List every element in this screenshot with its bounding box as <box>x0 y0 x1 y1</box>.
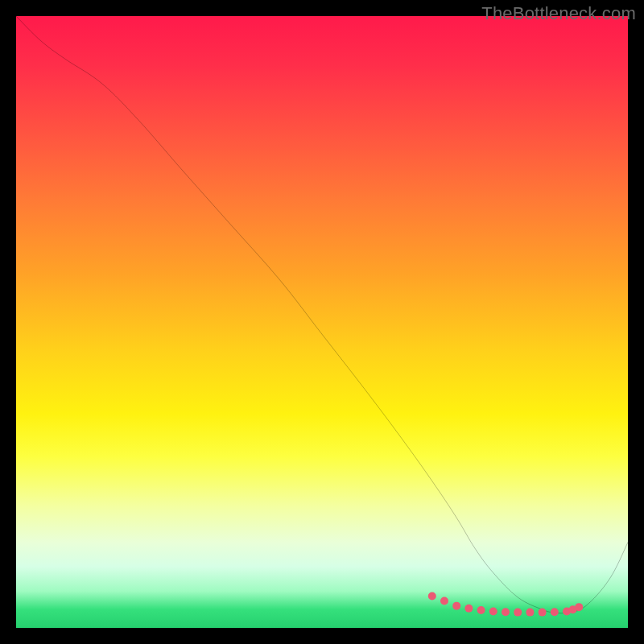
marker-dot <box>575 603 583 611</box>
marker-dot <box>428 592 436 600</box>
curve-svg <box>16 16 628 628</box>
chart-frame: TheBottleneck.com <box>0 0 644 644</box>
bottleneck-curve <box>16 16 628 613</box>
marker-dot <box>440 597 448 605</box>
marker-dot <box>464 605 473 613</box>
marker-dot <box>502 608 510 616</box>
highlight-markers <box>428 592 583 616</box>
plot-area <box>16 16 628 628</box>
marker-dot <box>477 606 485 614</box>
marker-dot <box>514 609 522 617</box>
marker-dot <box>526 609 534 617</box>
marker-dot <box>539 609 547 617</box>
watermark-text: TheBottleneck.com <box>481 3 636 24</box>
marker-dot <box>551 608 559 616</box>
marker-dot <box>452 602 460 610</box>
marker-dot <box>489 607 497 615</box>
